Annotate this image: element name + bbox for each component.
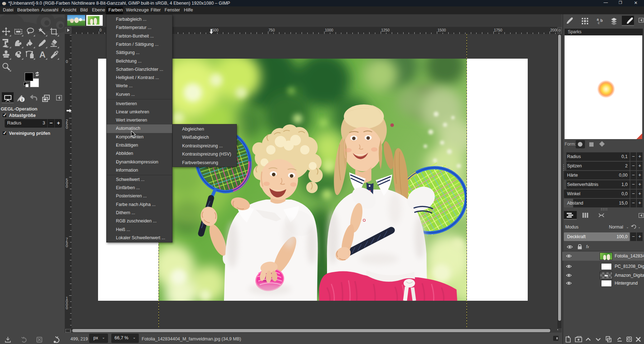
svg-text:c: c — [598, 20, 600, 25]
svg-text:b: b — [600, 18, 603, 23]
svg-text:i: i — [21, 98, 23, 102]
svg-text:A: A — [39, 50, 45, 59]
